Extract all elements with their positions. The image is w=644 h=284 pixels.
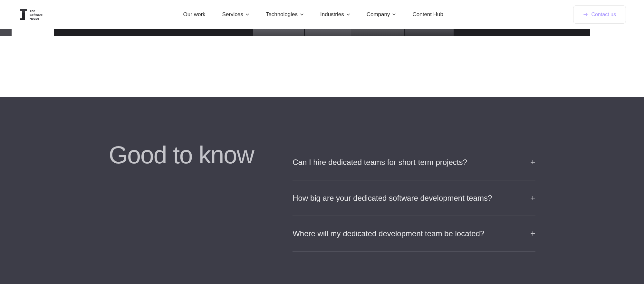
faq-question: Can I hire dedicated teams for short-ter… bbox=[293, 157, 467, 168]
preview-thumb bbox=[351, 29, 404, 36]
plus-icon: + bbox=[530, 193, 535, 203]
nav-company[interactable]: Company bbox=[367, 11, 396, 18]
contact-us-button[interactable]: Contact us bbox=[573, 5, 626, 24]
nav-industries[interactable]: Industries bbox=[320, 11, 350, 18]
plus-icon: + bbox=[530, 228, 535, 238]
nav-our-work[interactable]: Our work bbox=[183, 11, 206, 18]
nav-item-label: Technologies bbox=[266, 11, 298, 18]
nav-item-label: Industries bbox=[320, 11, 344, 18]
arrow-right-icon bbox=[583, 12, 588, 17]
plus-icon: + bbox=[530, 157, 535, 167]
faq-list: Can I hire dedicated teams for short-ter… bbox=[293, 145, 535, 252]
chevron-down-icon bbox=[392, 13, 396, 16]
nav-services[interactable]: Services bbox=[222, 11, 249, 18]
main-nav: Our work Services Technologies Industrie… bbox=[53, 11, 573, 18]
faq-item[interactable]: How big are your dedicated software deve… bbox=[293, 180, 535, 216]
chevron-down-icon bbox=[300, 13, 303, 16]
svg-text:Software: Software bbox=[30, 13, 43, 16]
preview-thumb bbox=[405, 29, 454, 36]
svg-text:House: House bbox=[30, 17, 39, 20]
header: The Software House Our work Services Tec… bbox=[0, 0, 644, 29]
preview-thumb bbox=[253, 29, 304, 36]
faq-wrap: Good to know Can I hire dedicated teams … bbox=[55, 142, 590, 252]
nav-content-hub[interactable]: Content Hub bbox=[412, 11, 443, 18]
nav-item-label: Content Hub bbox=[412, 11, 443, 18]
preview-row bbox=[0, 29, 644, 66]
logo[interactable]: The Software House bbox=[18, 7, 53, 22]
faq-heading: Good to know bbox=[109, 142, 254, 252]
faq-question: Where will my dedicated development team… bbox=[293, 228, 484, 239]
contact-us-label: Contact us bbox=[591, 12, 616, 17]
nav-item-label: Company bbox=[367, 11, 390, 18]
faq-section: Good to know Can I hire dedicated teams … bbox=[0, 97, 644, 284]
preview-edge bbox=[0, 29, 12, 36]
page: Good to know Can I hire dedicated teams … bbox=[0, 29, 644, 284]
faq-item[interactable]: Where will my dedicated development team… bbox=[293, 216, 535, 252]
svg-text:The: The bbox=[30, 9, 35, 13]
chevron-down-icon bbox=[246, 13, 249, 16]
preview-thumb bbox=[305, 29, 359, 36]
faq-question: How big are your dedicated software deve… bbox=[293, 193, 492, 204]
nav-item-label: Services bbox=[222, 11, 243, 18]
chevron-down-icon bbox=[347, 13, 350, 16]
faq-item[interactable]: Can I hire dedicated teams for short-ter… bbox=[293, 145, 535, 180]
nav-technologies[interactable]: Technologies bbox=[266, 11, 303, 18]
nav-item-label: Our work bbox=[183, 11, 206, 18]
